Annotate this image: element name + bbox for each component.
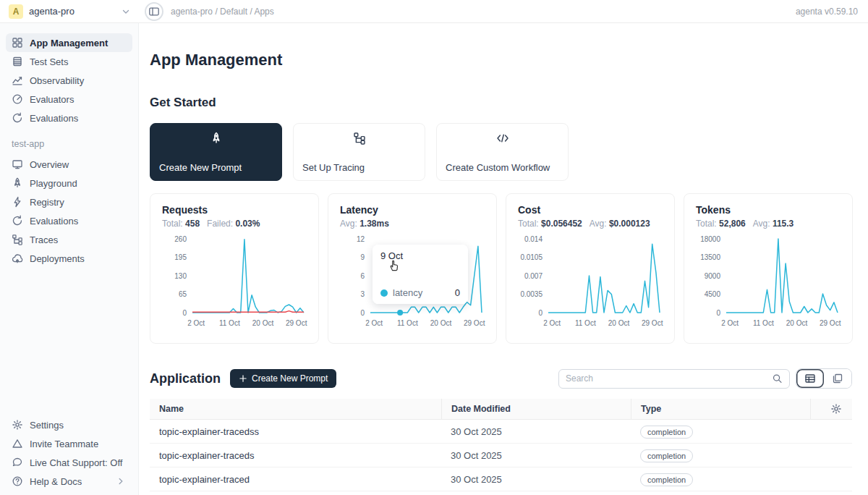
svg-text:2 Oct: 2 Oct: [543, 319, 561, 327]
svg-text:9: 9: [360, 253, 365, 261]
panel-icon: [148, 6, 160, 17]
column-header-name[interactable]: Name: [150, 399, 441, 419]
svg-text:2 Oct: 2 Oct: [187, 319, 205, 327]
table-body: topic-explainer-tracedss 30 Oct 2025 com…: [150, 420, 852, 495]
sidebar-item[interactable]: Evaluators: [6, 90, 132, 109]
collapse-sidebar-button[interactable]: [145, 2, 163, 21]
sidebar-item[interactable]: Overview: [6, 155, 132, 174]
workspace-selector[interactable]: A agenta-pro: [0, 4, 139, 19]
sidebar-item[interactable]: Help & Docs: [6, 472, 132, 491]
sidebar-item[interactable]: Live Chat Support: Off: [6, 453, 132, 472]
svg-text:0.014: 0.014: [524, 235, 542, 243]
svg-text:0: 0: [360, 309, 365, 317]
svg-text:3: 3: [360, 290, 365, 298]
gear-icon: [12, 419, 23, 431]
svg-text:6: 6: [360, 272, 365, 280]
svg-text:20 Oct: 20 Oct: [252, 319, 274, 327]
application-title: Application: [150, 371, 221, 386]
metric-title: Cost: [518, 204, 663, 216]
get-started-card[interactable]: Set Up Tracing: [293, 123, 425, 181]
plus-icon: [239, 374, 247, 383]
card-view-button[interactable]: [824, 369, 851, 388]
refresh-icon: [12, 215, 23, 227]
app-name: topic-explainer-tracedss: [150, 426, 441, 437]
app-date-modified: 30 Oct 2025: [441, 450, 631, 461]
svg-text:29 Oct: 29 Oct: [286, 319, 307, 327]
get-started-card[interactable]: Create New Prompt: [150, 123, 282, 181]
svg-text:0: 0: [538, 309, 542, 317]
svg-text:20 Oct: 20 Oct: [608, 319, 630, 327]
get-started-card-label: Create Custom Workflow: [446, 162, 550, 173]
table-row[interactable]: topic-explainer-tracedss 30 Oct 2025 com…: [150, 420, 852, 444]
metric-chart: 0651301952602 Oct11 Oct20 Oct29 Oct: [162, 234, 308, 336]
svg-text:65: 65: [179, 290, 187, 298]
search-icon[interactable]: [772, 373, 783, 384]
svg-text:260: 260: [174, 235, 187, 243]
gauge-icon: [12, 93, 23, 105]
svg-text:4500: 4500: [705, 290, 721, 298]
breadcrumb[interactable]: agenta-pro / Default / Apps: [171, 7, 274, 17]
rocket-icon: [12, 177, 23, 189]
sidebar-item[interactable]: Deployments: [6, 249, 132, 268]
sidebar-item-label: Invite Teammate: [30, 439, 98, 449]
column-header-date-modified[interactable]: Date Modified: [441, 399, 631, 419]
metric-title: Latency: [340, 204, 485, 216]
version-label: agenta v0.59.10: [796, 7, 868, 17]
get-started-card-label: Set Up Tracing: [302, 162, 365, 173]
app-type-badge: completion: [640, 426, 693, 439]
metric-stats: Total: 52,806Avg: 115.3: [696, 219, 841, 229]
sidebar-item-label: Traces: [30, 234, 58, 245]
svg-text:20 Oct: 20 Oct: [786, 319, 808, 327]
monitor-icon: [12, 158, 23, 170]
sidebar-item-label: Playground: [30, 178, 77, 189]
svg-text:29 Oct: 29 Oct: [820, 319, 841, 327]
svg-text:12: 12: [357, 235, 365, 243]
triangle-icon: [12, 438, 23, 449]
table-row[interactable]: topic-explainer-traceds 30 Oct 2025 comp…: [150, 444, 852, 468]
sidebar-item-label: App Management: [30, 38, 108, 48]
svg-text:29 Oct: 29 Oct: [642, 319, 663, 327]
sidebar-item[interactable]: Traces: [6, 230, 132, 249]
hand-cursor-icon: [387, 258, 401, 272]
sidebar-app-nav: Overview Playground Registry Evaluations: [6, 155, 132, 268]
sidebar-item[interactable]: Settings: [6, 415, 132, 434]
app-type-badge: completion: [640, 449, 693, 462]
sidebar-item[interactable]: Invite Teammate: [6, 434, 132, 453]
sidebar-item[interactable]: Evaluations: [6, 109, 132, 127]
table-view-icon: [804, 373, 816, 384]
metric-card-cost: Cost Total: $0.056452Avg: $0.000123 00.0…: [506, 193, 675, 344]
search-input[interactable]: [566, 373, 772, 384]
sidebar-item[interactable]: Playground: [6, 174, 132, 192]
create-new-prompt-button[interactable]: Create New Prompt: [230, 369, 336, 388]
table-row[interactable]: topic-explainer-traced 30 Oct 2025 compl…: [150, 468, 852, 491]
svg-text:11 Oct: 11 Oct: [219, 319, 240, 327]
get-started-cards: Create New Prompt Set Up Tracing Create …: [150, 123, 852, 181]
cloud-icon: [12, 253, 23, 264]
branch-icon: [12, 234, 23, 245]
chat-icon: [12, 457, 23, 468]
table-row[interactable]: career-assessment 27 Oct 2025 completion: [150, 491, 852, 495]
sidebar-item[interactable]: Evaluations: [6, 211, 132, 230]
column-header-type[interactable]: Type: [631, 399, 810, 419]
sidebar-item[interactable]: Observability: [6, 71, 132, 90]
get-started-card[interactable]: Create Custom Workflow: [436, 123, 569, 181]
chart-tooltip: 9 Oct latency 0: [373, 245, 468, 304]
page-title: App Management: [150, 51, 852, 69]
metric-cards: Requests Total: 458Failed: 0.03% 0651301…: [150, 193, 852, 344]
sidebar-bottom-nav: Settings Invite Teammate Live Chat Suppo…: [6, 415, 132, 492]
svg-text:0.0035: 0.0035: [520, 290, 542, 298]
metric-stats: Avg: 1.38ms: [340, 219, 485, 229]
svg-text:20 Oct: 20 Oct: [430, 319, 452, 327]
sidebar-item-label: Evaluators: [30, 94, 74, 105]
get-started-card-label: Create New Prompt: [159, 162, 242, 173]
metric-card-requests: Requests Total: 458Failed: 0.03% 0651301…: [150, 193, 319, 344]
table-view-button[interactable]: [796, 369, 824, 388]
column-settings-button[interactable]: [810, 399, 852, 419]
gear-icon: [830, 403, 842, 415]
sidebar-item[interactable]: App Management: [6, 33, 132, 52]
rocket-icon: [159, 132, 273, 145]
test-sets-icon: [12, 56, 23, 67]
tooltip-value: 0: [455, 287, 460, 298]
sidebar-item[interactable]: Registry: [6, 192, 132, 211]
sidebar-item[interactable]: Test Sets: [6, 52, 132, 71]
